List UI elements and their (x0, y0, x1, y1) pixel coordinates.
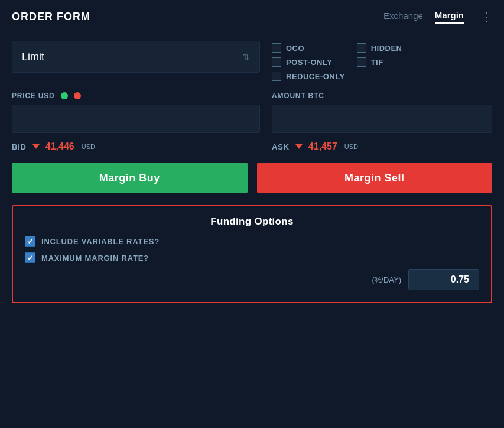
funding-options-box: Funding Options INCLUDE VARIABLE RATES? … (12, 205, 492, 303)
amount-input[interactable] (272, 105, 492, 133)
ask-label: ASK (272, 142, 290, 151)
bid-currency: USD (82, 143, 95, 150)
funding-checkbox-max-margin-label: MAXIMUM MARGIN RATE? (41, 254, 149, 262)
rate-label: (%/DAY) (372, 275, 401, 284)
checkbox-hidden-box[interactable] (357, 43, 366, 53)
funding-checkbox-max-margin-box[interactable] (25, 252, 35, 263)
funding-checkbox-variable-box[interactable] (25, 236, 35, 247)
checkbox-oco-label: OCO (286, 44, 304, 53)
funding-options-title: Funding Options (25, 216, 479, 228)
rate-row: (%/DAY) (25, 269, 479, 290)
bid-triangle-icon (32, 144, 40, 149)
row-buttons: Margin Buy Margin Sell (12, 163, 492, 193)
row-order-type: Limit ⇅ OCO HIDDEN POST-ONLY TI (12, 41, 492, 81)
ask-currency: USD (344, 143, 358, 150)
row-input-labels: PRICE USD AMOUNT BTC (12, 92, 492, 100)
margin-buy-button[interactable]: Margin Buy (12, 163, 248, 193)
funding-checkbox-max-margin[interactable]: MAXIMUM MARGIN RATE? (25, 252, 479, 263)
margin-sell-button[interactable]: Margin Sell (257, 163, 493, 193)
price-dot-green (61, 92, 68, 99)
checkbox-tif[interactable]: TIF (357, 57, 402, 67)
rate-input[interactable] (408, 269, 479, 290)
funding-checkbox-variable-label: INCLUDE VARIABLE RATES? (41, 237, 160, 246)
price-input[interactable] (12, 105, 260, 133)
checkbox-hidden-label: HIDDEN (371, 44, 402, 53)
order-form-container: ORDER FORM Exchange Margin ⋮ Limit ⇅ OCO… (0, 0, 504, 428)
select-arrows-icon: ⇅ (243, 52, 250, 61)
price-dot-red (74, 92, 81, 99)
ask-triangle-icon (295, 144, 303, 149)
page-title: ORDER FORM (12, 11, 90, 23)
checkbox-oco[interactable]: OCO (272, 43, 345, 53)
checkbox-hidden[interactable]: HIDDEN (357, 43, 402, 53)
checkbox-tif-box[interactable] (357, 57, 366, 67)
checkbox-post-only[interactable]: POST-ONLY (272, 57, 345, 67)
menu-icon[interactable]: ⋮ (480, 9, 492, 24)
bid-label: BID (12, 142, 27, 151)
tab-margin[interactable]: Margin (435, 10, 464, 24)
tab-exchange[interactable]: Exchange (383, 11, 423, 23)
form-body: Limit ⇅ OCO HIDDEN POST-ONLY TI (0, 31, 504, 313)
order-type-select[interactable]: Limit ⇅ (12, 41, 260, 73)
checkbox-tif-label: TIF (371, 58, 383, 67)
checkbox-reduce-only-box[interactable] (272, 72, 281, 81)
header-tabs: Exchange Margin ⋮ (383, 9, 492, 24)
checkbox-reduce-only-label: REDUCE-ONLY (286, 72, 345, 81)
ask-value: 41,457 (308, 141, 337, 152)
header: ORDER FORM Exchange Margin ⋮ (0, 0, 504, 31)
bid-group: BID 41,446 USD (12, 141, 272, 152)
amount-label: AMOUNT BTC (272, 92, 324, 100)
row-inputs (12, 105, 492, 133)
funding-checkbox-variable[interactable]: INCLUDE VARIABLE RATES? (25, 236, 479, 247)
price-label: PRICE USD (12, 92, 55, 100)
checkbox-post-only-box[interactable] (272, 57, 281, 67)
row-bid-ask: BID 41,446 USD ASK 41,457 USD (12, 141, 492, 152)
price-label-group: PRICE USD (12, 92, 260, 100)
ask-group: ASK 41,457 USD (272, 141, 492, 152)
checkbox-post-only-label: POST-ONLY (286, 58, 332, 67)
bid-value: 41,446 (45, 141, 74, 152)
order-type-value: Limit (22, 51, 44, 63)
checkbox-oco-box[interactable] (272, 43, 281, 53)
checkbox-reduce-only[interactable]: REDUCE-ONLY (272, 72, 345, 81)
checkboxes-group: OCO HIDDEN POST-ONLY TIF REDUCE-ONLY (272, 41, 402, 81)
